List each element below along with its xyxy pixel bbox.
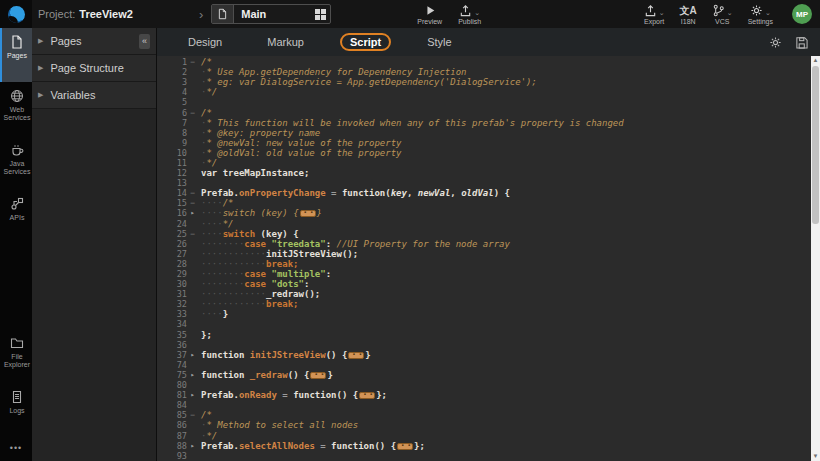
line-number: 11 [157, 158, 187, 168]
code-line-3[interactable]: 3·* eg: var DialogService = App.getDepen… [157, 77, 811, 87]
panel-section-page-structure[interactable]: ▶Page Structure [32, 55, 156, 82]
code-line-30[interactable]: 30········case "dots": [157, 279, 811, 289]
tab-design[interactable]: Design [179, 34, 231, 50]
settings-button[interactable]: ⌄ Settings [748, 4, 773, 25]
folded-region-icon[interactable] [359, 392, 375, 399]
page-selector[interactable]: Main [211, 4, 331, 24]
code-text: ········case "multiple": [198, 269, 331, 279]
code-line-6[interactable]: 6–/* [157, 107, 811, 117]
code-line-29[interactable]: 29········case "multiple": [157, 269, 811, 279]
fold-open-icon[interactable]: – [187, 229, 198, 239]
rail-item-file-explorer[interactable]: File Explorer [0, 329, 32, 383]
scrollbar-thumb[interactable] [812, 66, 819, 224]
fold-closed-icon[interactable]: ▸ [187, 390, 198, 400]
folded-region-icon[interactable] [397, 443, 413, 450]
preview-button[interactable]: Preview [417, 4, 442, 25]
fold-open-icon[interactable]: – [187, 108, 198, 118]
tab-style[interactable]: Style [418, 34, 460, 50]
code-line-87[interactable]: 87·*/ [157, 430, 811, 440]
rail-item-label: File Explorer [2, 353, 32, 369]
fold-closed-icon[interactable]: ▸ [187, 208, 198, 218]
code-line-93[interactable]: 93 [157, 451, 811, 461]
code-line-32[interactable]: 32············break; [157, 299, 811, 309]
code-line-74[interactable]: 74 [157, 360, 811, 370]
code-line-86[interactable]: 86·* Method to select all nodes [157, 420, 811, 430]
code-line-33[interactable]: 33····} [157, 309, 811, 319]
code-line-84[interactable]: 84 [157, 400, 811, 410]
code-line-31[interactable]: 31············_redraw(); [157, 289, 811, 299]
code-line-15[interactable]: 15–····/* [157, 198, 811, 208]
editor-scrollbar[interactable]: ▲ ▼ [811, 56, 820, 461]
line-number: 4 [157, 87, 187, 97]
code-token: ) { [494, 188, 510, 198]
code-line-75[interactable]: 75▸function _redraw() {} [157, 370, 811, 380]
code-line-7[interactable]: 7·* This function will be invoked when a… [157, 118, 811, 128]
scroll-up-arrow[interactable]: ▲ [811, 56, 820, 65]
code-line-1[interactable]: 1–/* [157, 57, 811, 67]
rail-item-java-services[interactable]: Java Services [0, 136, 32, 190]
side-rail-bottom: File ExplorerLogs [0, 329, 32, 437]
code-line-26[interactable]: 26········case "treedata": //UI Property… [157, 239, 811, 249]
code-line-85[interactable]: 85–/* [157, 410, 811, 420]
user-avatar[interactable]: MP [792, 4, 812, 24]
rail-item-web-services[interactable]: Web Services [0, 82, 32, 136]
code-line-5[interactable]: 5 [157, 97, 811, 107]
code-line-25[interactable]: 25–····switch (key) { [157, 229, 811, 239]
code-line-8[interactable]: 8·* @key: property name [157, 128, 811, 138]
folded-region-icon[interactable] [310, 372, 326, 379]
code-line-24[interactable]: 24····*/ [157, 219, 811, 229]
folded-region-icon[interactable] [300, 210, 316, 217]
rail-item-apis[interactable]: APIs [0, 190, 32, 244]
rail-item-logs[interactable]: Logs [0, 383, 32, 437]
code-token: ···· [201, 229, 223, 239]
code-line-81[interactable]: 81▸Prefab.onReady = function() {}; [157, 390, 811, 400]
app-logo[interactable] [0, 0, 32, 28]
fold-open-icon[interactable]: – [187, 188, 198, 198]
fold-open-icon[interactable]: – [187, 410, 198, 420]
code-editor[interactable]: 1–/*2·* Use App.getDependency for Depend… [157, 56, 820, 461]
code-line-4[interactable]: 4·*/ [157, 87, 811, 97]
code-line-80[interactable]: 80 [157, 380, 811, 390]
tab-script[interactable]: Script [340, 33, 391, 51]
rail-overflow-button[interactable]: ••• [0, 437, 32, 461]
code-token: /* [201, 108, 212, 118]
fold-closed-icon[interactable]: ▸ [187, 370, 198, 380]
code-line-14[interactable]: 14–Prefab.onPropertyChange = function(ke… [157, 188, 811, 198]
fold-open-icon[interactable]: – [187, 57, 198, 67]
code-line-37[interactable]: 37▸function initJStreeView() {} [157, 350, 811, 360]
publish-button[interactable]: ⌄ Publish [458, 4, 481, 25]
code-line-2[interactable]: 2·* Use App.getDependency for Dependency… [157, 67, 811, 77]
panel-section-variables[interactable]: ▶Variables [32, 82, 156, 109]
folded-region-icon[interactable] [348, 352, 364, 359]
code-line-11[interactable]: 11·*/ [157, 158, 811, 168]
code-line-10[interactable]: 10·* @oldVal: old value of the property [157, 148, 811, 158]
code-token: function() { [293, 390, 358, 400]
i18n-button[interactable]: 文A I18N [680, 4, 697, 25]
code-line-28[interactable]: 28············break; [157, 259, 811, 269]
fold-closed-icon[interactable]: ▸ [187, 441, 198, 451]
code-line-16[interactable]: 16▸····switch (key) {} [157, 208, 811, 218]
grid-view-icon[interactable] [310, 9, 330, 20]
code-line-35[interactable]: 35}; [157, 330, 811, 340]
script-settings-gear-icon[interactable] [769, 36, 782, 49]
tab-markup[interactable]: Markup [258, 34, 313, 50]
code-line-27[interactable]: 27············initJStreeView(); [157, 249, 811, 259]
scroll-down-arrow[interactable]: ▼ [811, 452, 820, 461]
preview-label: Preview [417, 18, 442, 25]
panel-collapse-button[interactable]: « [139, 34, 150, 49]
code-text: ·*/ [198, 158, 217, 168]
fold-open-icon[interactable]: – [187, 198, 198, 208]
rail-item-pages[interactable]: Pages [0, 28, 32, 82]
panel-section-pages[interactable]: ▶Pages« [32, 28, 156, 55]
save-icon[interactable] [795, 36, 808, 49]
export-button[interactable]: ⌄ Export [644, 4, 665, 25]
code-line-9[interactable]: 9·* @newVal: new value of the property [157, 138, 811, 148]
code-line-88[interactable]: 88▸Prefab.selectAllNodes = function() {}… [157, 441, 811, 451]
code-line-36[interactable]: 36 [157, 340, 811, 350]
fold-closed-icon[interactable]: ▸ [187, 350, 198, 360]
code-line-13[interactable]: 13 [157, 178, 811, 188]
code-text: /* [198, 410, 212, 420]
code-line-12[interactable]: 12var treeMapInstance; [157, 168, 811, 178]
vcs-button[interactable]: ⌄ VCS [712, 4, 733, 25]
code-line-34[interactable]: 34 [157, 319, 811, 329]
